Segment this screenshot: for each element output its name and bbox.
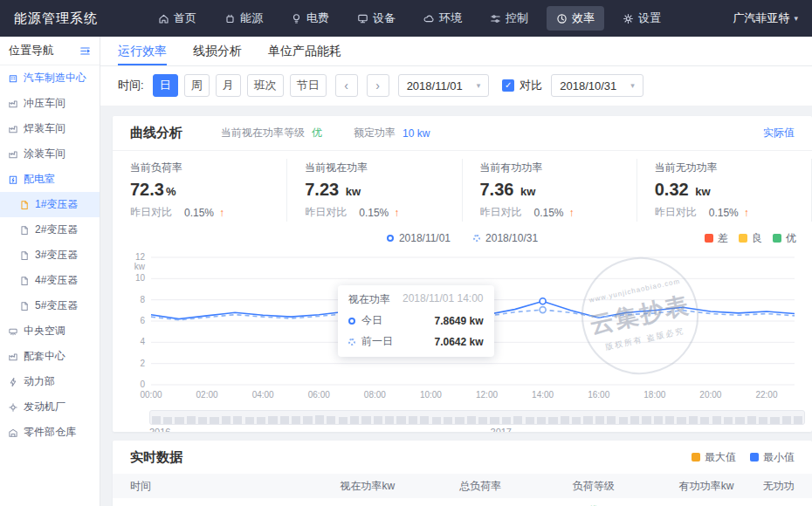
- sidebar-item-power-distribution-room[interactable]: 配电室: [0, 167, 100, 192]
- location-sidebar: 位置导航 汽车制造中心 冲压车间 焊装车间 涂装车间 配电室: [0, 37, 100, 506]
- data-zoom-slider[interactable]: [149, 410, 805, 425]
- tab-unit-product-energy[interactable]: 单位产品能耗: [268, 37, 341, 65]
- grade-label: 优: [786, 231, 796, 246]
- tooltip-label: 前一日: [361, 334, 393, 349]
- legend-today-label: 2018/11/01: [399, 232, 451, 244]
- chevron-down-icon: ▾: [630, 81, 635, 90]
- grade-good: 良: [739, 231, 762, 246]
- top-nav: 首页 能源 电费 设备 环境 控制: [148, 6, 733, 31]
- table-legend: 最大值 最小值: [692, 450, 795, 465]
- sidebar-header-label: 位置导航: [9, 43, 54, 58]
- power-room-icon: [8, 174, 18, 185]
- red-square-icon: [705, 234, 713, 243]
- sidebar-subitem-transformer-5[interactable]: 5#变压器: [0, 293, 100, 318]
- nav-label: 环境: [439, 10, 462, 26]
- period-holiday-button[interactable]: 节日: [290, 74, 327, 97]
- compare-value: 0.15%: [184, 207, 214, 219]
- svg-text:14:00: 14:00: [532, 390, 554, 400]
- topbar: 能源管理系统 首页 能源 电费 设备 环境: [0, 0, 812, 37]
- compare-checkbox[interactable]: ✓: [502, 79, 514, 92]
- account-menu[interactable]: 广汽菲亚特 ▾: [733, 10, 798, 26]
- collapse-tree-icon[interactable]: [79, 45, 91, 57]
- solid-circle-icon: [387, 235, 394, 242]
- grade-label: 差: [718, 231, 728, 246]
- tooltip-label: 今日: [361, 313, 382, 328]
- stat-active-power: 当前有功功率 7.36 kw 昨日对比0.15%↑: [463, 159, 637, 222]
- col-active-power: 有功功率kw: [650, 479, 762, 494]
- nav-item-environment[interactable]: 环境: [414, 6, 471, 31]
- stat-label: 当前无功功率: [655, 161, 794, 175]
- grade-label: 良: [752, 231, 762, 246]
- next-date-button[interactable]: ›: [367, 74, 389, 97]
- svg-text:22:00: 22:00: [755, 390, 777, 400]
- trend-up-icon: ↑: [569, 207, 575, 219]
- gear-icon: [623, 13, 634, 24]
- green-square-icon: [773, 234, 781, 243]
- chevron-down-icon: ▾: [794, 14, 798, 23]
- nav-item-home[interactable]: 首页: [148, 6, 206, 31]
- sidebar-item-engine-factory[interactable]: 发动机厂: [0, 394, 100, 420]
- tab-operating-efficiency[interactable]: 运行效率: [118, 37, 167, 65]
- legend-yesterday[interactable]: 2018/10/31: [473, 232, 538, 244]
- nav-item-control[interactable]: 控制: [480, 6, 538, 31]
- sidebar-item-stamping-shop[interactable]: 冲压车间: [0, 91, 100, 116]
- curve-card-header: 曲线分析 当前视在功率等级 优 额定功率 10 kw 实际值: [113, 116, 812, 151]
- nav-item-energy[interactable]: 能源: [215, 6, 272, 31]
- svg-text:16:00: 16:00: [588, 390, 609, 400]
- workshop-icon: [8, 149, 18, 160]
- sidebar-subitem-transformer-3[interactable]: 3#变压器: [0, 243, 100, 268]
- tooltip-row-today: 今日 7.8649 kw: [348, 313, 484, 328]
- ac-icon: [8, 326, 18, 337]
- transformer-file-icon: [19, 301, 30, 311]
- col-time: 时间: [130, 479, 311, 494]
- sidebar-item-supporting-center[interactable]: 配套中心: [0, 344, 100, 369]
- sidebar-subitem-transformer-1[interactable]: 1#变压器: [0, 192, 100, 217]
- compare-value: 0.15%: [534, 207, 564, 219]
- legend-today[interactable]: 2018/11/01: [387, 232, 451, 244]
- nav-item-electricity-fee[interactable]: 电费: [281, 6, 339, 31]
- start-date-picker[interactable]: 2018/11/01 ▾: [398, 74, 490, 97]
- stat-reactive-power: 当前无功功率 0.32 kw 昨日对比0.15%↑: [637, 159, 812, 222]
- svg-text:6: 6: [140, 316, 145, 325]
- period-shift-button[interactable]: 班次: [247, 74, 284, 97]
- realtime-card-header: 实时数据 最大值 最小值: [113, 441, 812, 474]
- col-load-grade: 负荷等级: [537, 479, 650, 494]
- sidebar-item-central-ac[interactable]: 中央空调: [0, 318, 100, 344]
- compare-date-picker[interactable]: 2018/10/31 ▾: [551, 74, 643, 97]
- sidebar-item-parts-warehouse[interactable]: 零件部仓库: [0, 420, 100, 445]
- factory-icon: [8, 73, 18, 84]
- workshop-icon: [8, 99, 18, 109]
- period-day-button[interactable]: 日: [153, 74, 178, 97]
- workshop-icon: [8, 352, 18, 362]
- svg-text:06:00: 06:00: [308, 390, 330, 400]
- nav-item-efficiency[interactable]: 效率: [547, 6, 604, 31]
- sidebar-item-painting-shop[interactable]: 涂装车间: [0, 141, 100, 167]
- sidebar-subitem-label: 2#变压器: [35, 222, 78, 237]
- engine-icon: [8, 402, 18, 413]
- chevron-down-icon: ▾: [477, 81, 481, 90]
- compare-value: 0.15%: [709, 207, 739, 219]
- table-row[interactable]: 01.2018-11-01 14:00 7.9482 79.05% 优 5.74…: [113, 498, 812, 506]
- nav-item-settings[interactable]: 设置: [613, 6, 671, 31]
- trend-up-icon: ↑: [219, 207, 224, 219]
- curve-analysis-card: 曲线分析 当前视在功率等级 优 额定功率 10 kw 实际值 当前负荷率 72.…: [113, 116, 812, 432]
- line-chart[interactable]: 024681012kw00:0002:0004:0006:0008:0010:0…: [123, 250, 802, 407]
- compare-toggle[interactable]: ✓ 对比: [502, 78, 542, 93]
- tab-line-loss-analysis[interactable]: 线损分析: [193, 37, 242, 65]
- sidebar-item-manufacturing-center[interactable]: 汽车制造中心: [0, 65, 100, 91]
- period-month-button[interactable]: 月: [216, 74, 241, 97]
- nav-label: 效率: [572, 10, 595, 26]
- actual-value-link[interactable]: 实际值: [763, 126, 795, 140]
- sidebar-subitem-transformer-2[interactable]: 2#变压器: [0, 217, 100, 243]
- company-name: 广汽菲亚特: [733, 10, 789, 26]
- power-level-value: 优: [312, 126, 322, 140]
- prev-date-button[interactable]: ‹: [335, 74, 358, 97]
- sidebar-item-welding-shop[interactable]: 焊装车间: [0, 116, 100, 141]
- zoom-year-2017: 2017: [491, 427, 512, 432]
- sidebar-item-power-department[interactable]: 动力部: [0, 369, 100, 394]
- energy-icon: [224, 13, 236, 24]
- period-week-button[interactable]: 周: [184, 74, 210, 97]
- tooltip-value: 7.8649 kw: [434, 315, 483, 327]
- sidebar-subitem-transformer-4[interactable]: 4#变压器: [0, 268, 100, 293]
- nav-item-equipment[interactable]: 设备: [348, 6, 405, 31]
